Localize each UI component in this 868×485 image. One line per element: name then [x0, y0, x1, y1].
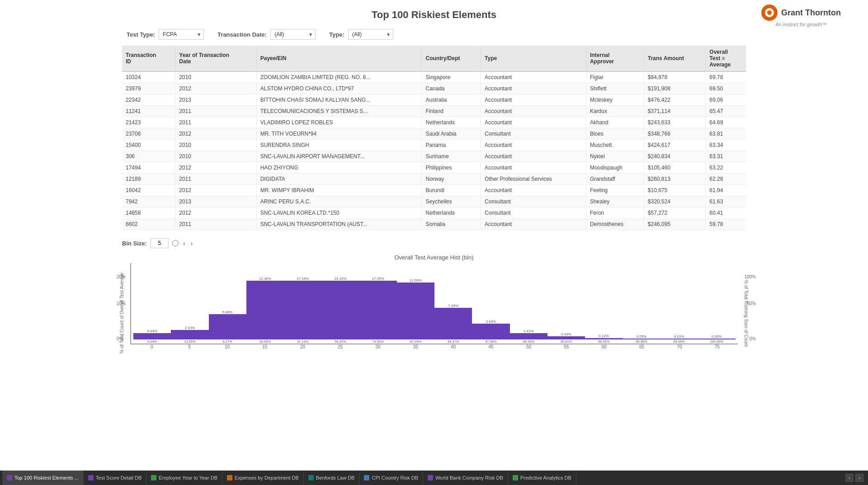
- x-labels-row: 051015202530354045505560657075: [130, 344, 738, 349]
- bar-label-bottom: 8.27%: [222, 339, 232, 344]
- bar: [547, 336, 585, 339]
- table-row: 66022011SNC-LAVALIN TRANSPORTATION (AUST…: [122, 219, 746, 230]
- table-cell: Burundi: [422, 185, 481, 196]
- bar-label-bottom: 56.35%: [335, 339, 346, 344]
- bar-label-top: 17.55%: [372, 277, 384, 281]
- table-cell: Moodispaugh: [586, 162, 644, 174]
- table-area: TransactionID Year of TransactionDate Pa…: [0, 46, 868, 230]
- table-cell: 59.78: [706, 219, 746, 230]
- bar-group: 3.60%97.98%: [472, 277, 509, 344]
- table-cell: 63.81: [706, 128, 746, 140]
- table-cell: 17494: [122, 162, 175, 174]
- transaction-date-select[interactable]: (All) 2010 2011 2012 2013: [270, 29, 316, 40]
- table-cell: Consultant: [481, 207, 586, 219]
- table-cell: 16042: [122, 185, 175, 196]
- table-cell: 2011: [175, 106, 256, 117]
- x-label: 60: [586, 344, 623, 349]
- table-cell: Shiflett: [586, 83, 644, 94]
- bottom-tab[interactable]: ■World Bank Company Risk DB: [423, 471, 508, 485]
- bin-prev-button[interactable]: ‹: [182, 240, 186, 247]
- table-cell: TELECOMUNICACIONES Y SISTEMAS S...: [256, 106, 422, 117]
- bar: [434, 308, 472, 339]
- table-cell: 306: [122, 151, 175, 162]
- table-cell: 23708: [122, 128, 175, 140]
- table-row: 79422013ARINC PERU S.A.C.SeychellesConsu…: [122, 196, 746, 207]
- table-cell: $84,878: [644, 71, 706, 83]
- bar-label-top: 2.10%: [185, 326, 195, 330]
- bottom-tab[interactable]: ■Expenses by Department DB: [222, 471, 304, 485]
- test-type-select-wrapper[interactable]: FCPA All ABAC ▼: [159, 29, 204, 40]
- table-cell: Australia: [422, 94, 481, 106]
- table-cell: 10324: [122, 71, 175, 83]
- x-label: 45: [472, 344, 509, 349]
- table-cell: $476,422: [644, 94, 706, 106]
- tab-label: Expenses by Department DB: [235, 475, 299, 480]
- bin-size-input[interactable]: [151, 238, 169, 248]
- tab-icon: ■: [308, 475, 314, 480]
- table-row: 121892011DIGIDATANorwayOther Professiona…: [122, 174, 746, 185]
- bin-next-button[interactable]: ›: [190, 240, 194, 247]
- table-cell: ALSTOM HYDRO CHINA CO., LTD*97: [256, 83, 422, 94]
- main-container: Top 100 Riskiest Elements Grant Thornton…: [0, 0, 868, 485]
- col-payee: Payee/EIN: [256, 46, 422, 71]
- tab-label: Test Score Detail DB: [96, 475, 142, 480]
- table-cell: 21423: [122, 117, 175, 128]
- bar-group: 17.19%37.14%: [284, 277, 321, 344]
- x-label: 0: [133, 344, 170, 349]
- bar: [321, 281, 359, 339]
- table-cell: 61.63: [706, 196, 746, 207]
- table-cell: HAO ZHIYONG: [256, 162, 422, 174]
- bottom-right-controls: ‹ ›: [845, 474, 866, 482]
- transaction-date-select-wrapper[interactable]: (All) 2010 2011 2012 2013 ▼: [270, 29, 316, 40]
- table-row: 103242010ZOOMLION ZAMBIA LIMITED (REG. N…: [122, 71, 746, 83]
- tab-label: Predictive Analytics DB: [520, 475, 571, 480]
- table-cell: Accountant: [481, 151, 586, 162]
- bar: [209, 314, 246, 339]
- x-label: 35: [397, 344, 434, 349]
- bottom-tab[interactable]: ■Benfords Law DB: [304, 471, 360, 485]
- table-row: 237082012MR. TITH VOEURN*94Saudi ArabiaC…: [122, 128, 746, 140]
- table-cell: $348,766: [644, 128, 706, 140]
- bottom-tab[interactable]: ■Predictive Analytics DB: [508, 471, 576, 485]
- bottom-tab[interactable]: ■Test Score Detail DB: [84, 471, 146, 485]
- table-cell: 64.69: [706, 117, 746, 128]
- logo-row: Grant Thornton: [761, 5, 841, 21]
- table-cell: Seychelles: [422, 196, 481, 207]
- tab-icon: ■: [7, 475, 12, 480]
- bar: [171, 330, 208, 339]
- bar-group: 2.10%13.59%: [171, 277, 208, 344]
- bar: [284, 281, 321, 339]
- table-cell: Akhand: [586, 117, 644, 128]
- next-sheet-button[interactable]: ›: [855, 474, 863, 482]
- type-select[interactable]: (All) Accountant Consultant Attorney: [348, 29, 393, 40]
- test-type-select[interactable]: FCPA All ABAC: [159, 29, 204, 40]
- table-cell: Netherlands: [422, 117, 481, 128]
- table-cell: VLADIMIRO LOPEZ ROBLES: [256, 117, 422, 128]
- table-cell: Finland: [422, 106, 481, 117]
- table-cell: 65.47: [706, 106, 746, 117]
- x-label: 5: [171, 344, 208, 349]
- type-select-wrapper[interactable]: (All) Accountant Consultant Attorney ▼: [348, 29, 393, 40]
- bottom-tab[interactable]: ■CPI Country Risk DB: [359, 471, 423, 485]
- logo-name: Grant Thornton: [781, 8, 841, 18]
- table-cell: 22342: [122, 94, 175, 106]
- table-header-row: TransactionID Year of TransactionDate Pa…: [122, 46, 746, 71]
- prev-sheet-button[interactable]: ‹: [845, 474, 854, 482]
- bottom-tab[interactable]: ■Top 100 Riskiest Elements ...: [2, 471, 84, 485]
- bin-size-radio[interactable]: [172, 240, 179, 246]
- table-cell: Figlar: [586, 71, 644, 83]
- table-body: 103242010ZOOMLION ZAMBIA LIMITED (REG. N…: [122, 71, 746, 230]
- table-cell: Accountant: [481, 219, 586, 230]
- bar-group: 0.04%0.04%: [133, 277, 171, 344]
- transaction-date-label: Transaction Date:: [217, 31, 267, 38]
- table-cell: 2013: [175, 94, 256, 106]
- tabs-container: ■Top 100 Riskiest Elements ...■Test Scor…: [2, 471, 576, 485]
- bottom-tab[interactable]: ■Employee Year to Year DB: [146, 471, 222, 485]
- bar-label-top: 7.26%: [448, 304, 458, 308]
- table-cell: Accountant: [481, 162, 586, 174]
- table-cell: 2012: [175, 128, 256, 140]
- bar-label-top: 12.39%: [259, 277, 271, 281]
- tab-label: Employee Year to Year DB: [159, 475, 217, 480]
- table-row: 154002010SURENDRA SINGHPanamaAccountantM…: [122, 140, 746, 151]
- table-cell: Norway: [422, 174, 481, 185]
